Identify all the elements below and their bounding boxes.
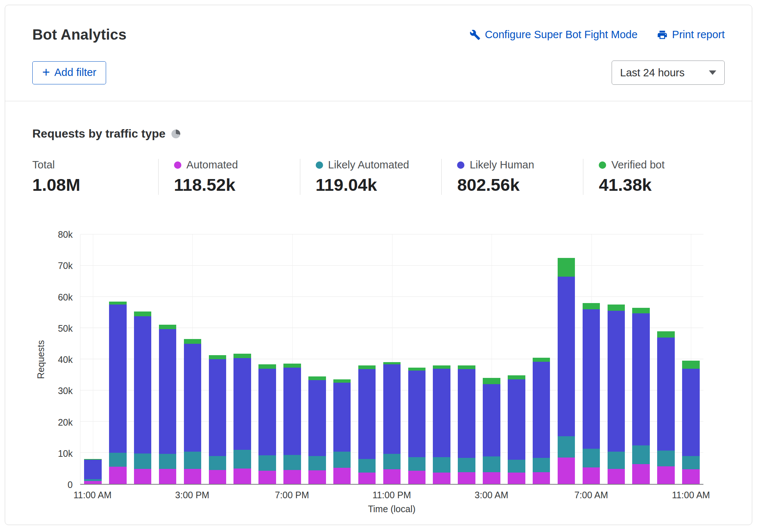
bar-0[interactable] <box>80 234 105 484</box>
bar-20[interactable] <box>579 234 604 484</box>
y-tick-label: 0 <box>68 480 73 490</box>
bar-3[interactable] <box>155 234 180 484</box>
bar-segment <box>283 455 301 470</box>
bar-segment <box>134 469 152 484</box>
bar-segment <box>258 455 276 471</box>
bar-segment <box>433 365 450 369</box>
bar-segment <box>608 452 625 469</box>
bar-7[interactable] <box>255 234 280 484</box>
bar-segment <box>657 451 675 466</box>
x-tick-label: 3:00 AM <box>475 490 508 500</box>
page: Bot Analytics Configure Super Bot Fight … <box>0 0 757 525</box>
verified-bot-legend-dot <box>599 161 606 169</box>
bar-1[interactable] <box>105 234 130 484</box>
bar-9[interactable] <box>305 234 330 484</box>
stat-verified-bot: Verified bot 41.38k <box>583 159 725 195</box>
bar-segment <box>109 467 127 484</box>
bar-segment <box>283 364 301 368</box>
bar-segment <box>84 460 102 480</box>
bar-19[interactable] <box>554 234 579 484</box>
bar-segment <box>258 471 276 484</box>
chevron-down-icon <box>709 70 716 75</box>
stat-value: 1.08M <box>32 175 158 195</box>
printer-icon <box>657 29 668 40</box>
time-range-value: Last 24 hours <box>620 67 685 79</box>
x-tick-label: 7:00 AM <box>574 490 608 500</box>
bar-segment <box>632 313 650 445</box>
bar-segment <box>433 369 450 457</box>
bar-5[interactable] <box>205 234 230 484</box>
bar-segment <box>682 369 700 456</box>
bar-segment <box>632 308 650 313</box>
bar-segment <box>233 354 251 358</box>
bar-segment <box>209 355 227 359</box>
bar-15[interactable] <box>454 234 479 484</box>
bar-segment <box>109 453 127 467</box>
bar-segment <box>358 365 376 369</box>
bar-segment <box>308 456 326 471</box>
bar-segment <box>558 436 575 458</box>
bar-segment <box>134 316 152 453</box>
bar-segment <box>358 473 376 484</box>
bar-segment <box>209 359 227 456</box>
bar-12[interactable] <box>380 234 405 484</box>
bar-21[interactable] <box>604 234 629 484</box>
bar-8[interactable] <box>280 234 305 484</box>
stat-total: Total 1.08M <box>32 159 158 195</box>
bar-6[interactable] <box>230 234 255 484</box>
likely-human-legend-dot <box>457 161 464 169</box>
bar-segment <box>433 457 450 473</box>
x-tick-label: 11:00 AM <box>73 490 112 500</box>
bar-segment <box>308 376 326 380</box>
stat-automated: Automated 118.52k <box>158 159 300 195</box>
time-range-select[interactable]: Last 24 hours <box>612 61 725 85</box>
x-tick-label: 3:00 PM <box>175 490 209 500</box>
configure-link-label: Configure Super Bot Fight Mode <box>485 29 638 41</box>
bar-segment <box>408 368 426 371</box>
bar-segment <box>258 369 276 455</box>
bar-segment <box>333 468 351 484</box>
plus-icon: + <box>42 67 50 77</box>
bar-segment <box>558 458 575 484</box>
bar-segment <box>508 379 525 459</box>
bar-segment <box>383 364 401 454</box>
bar-segment <box>159 469 177 484</box>
bar-segment <box>483 378 500 384</box>
bar-14[interactable] <box>429 234 454 484</box>
bar-segment <box>408 457 426 471</box>
bar-16[interactable] <box>479 234 504 484</box>
bar-segment <box>583 303 600 309</box>
bar-segment <box>458 365 475 369</box>
bar-23[interactable] <box>653 234 678 484</box>
print-report-link[interactable]: Print report <box>657 29 725 41</box>
bar-18[interactable] <box>529 234 554 484</box>
bar-segment <box>558 258 575 277</box>
bar-13[interactable] <box>404 234 429 484</box>
bar-segment <box>458 369 475 458</box>
y-tick-label: 30k <box>58 386 73 396</box>
stat-likely-human: Likely Human 802.56k <box>441 159 583 195</box>
bar-segment <box>209 470 227 484</box>
bar-segment <box>657 331 675 338</box>
y-tick-label: 80k <box>58 229 73 240</box>
section-title: Requests by traffic type <box>32 127 166 141</box>
bar-2[interactable] <box>130 234 155 484</box>
bar-segment <box>558 277 575 436</box>
bar-17[interactable] <box>504 234 529 484</box>
bar-4[interactable] <box>180 234 205 484</box>
bar-segment <box>508 460 525 473</box>
bar-11[interactable] <box>355 234 380 484</box>
bar-segment <box>233 358 251 449</box>
bar-segment <box>134 453 152 469</box>
bar-10[interactable] <box>330 234 355 484</box>
y-tick-label: 70k <box>58 260 73 271</box>
wrench-icon <box>470 29 481 40</box>
bar-segment <box>358 369 376 459</box>
configure-super-bot-fight-mode-link[interactable]: Configure Super Bot Fight Mode <box>470 29 638 41</box>
bar-22[interactable] <box>629 234 653 484</box>
add-filter-button[interactable]: + Add filter <box>32 61 106 84</box>
bar-24[interactable] <box>678 234 703 484</box>
bar-segment <box>283 368 301 455</box>
pie-chart-icon <box>171 130 180 138</box>
bar-segment <box>682 469 700 484</box>
